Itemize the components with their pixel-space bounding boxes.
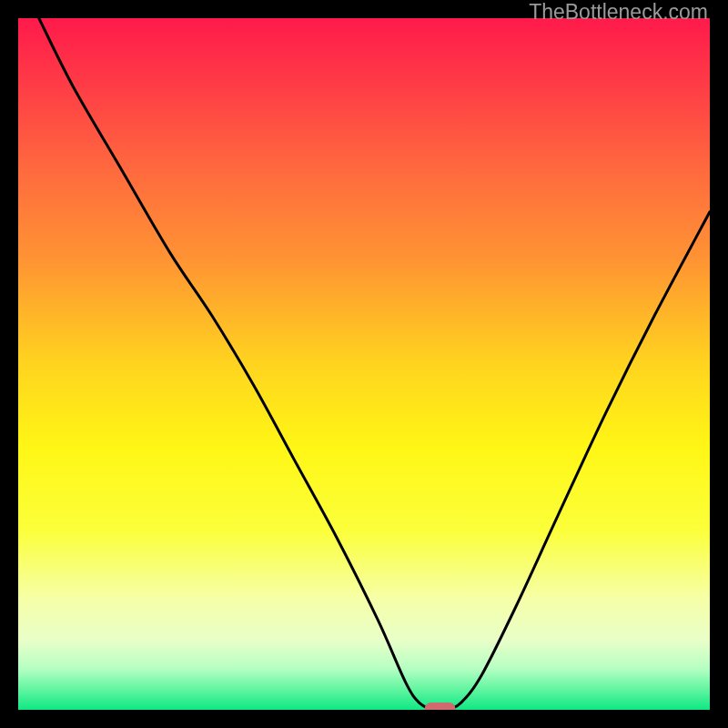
chart-background: [18, 18, 710, 710]
chart-frame: TheBottleneck.com: [0, 0, 728, 728]
chart-svg: [18, 18, 710, 710]
optimal-marker: [425, 703, 456, 710]
chart-plot-area: [18, 18, 710, 710]
watermark-text: TheBottleneck.com: [529, 0, 708, 25]
